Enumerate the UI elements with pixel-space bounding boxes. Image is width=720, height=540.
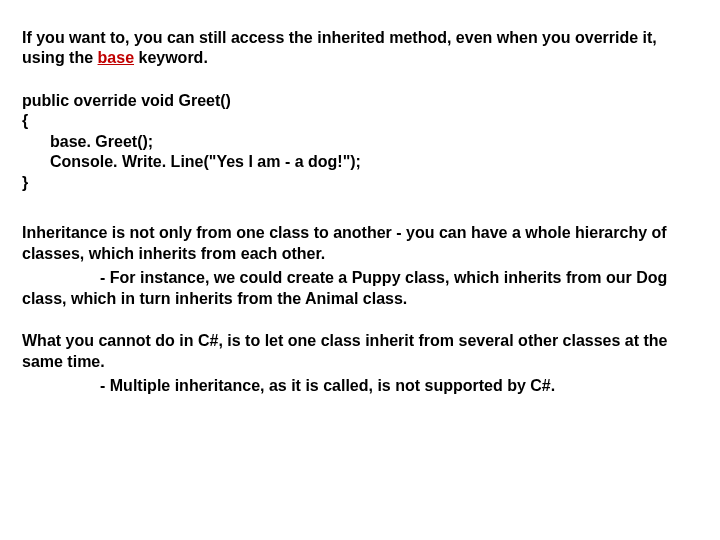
paragraph-hierarchy: Inheritance is not only from one class t… <box>22 223 698 264</box>
paragraph-no-multiple: What you cannot do in C#, is to let one … <box>22 331 698 372</box>
document-page: If you want to, you can still access the… <box>0 0 720 397</box>
code-line: { <box>22 111 698 131</box>
paragraph-hierarchy-example: - For instance, we could create a Puppy … <box>22 268 698 309</box>
code-line: base. Greet(); <box>22 132 698 152</box>
code-line: public override void Greet() <box>22 91 698 111</box>
paragraph-no-multiple-note: - Multiple inheritance, as it is called,… <box>22 376 698 396</box>
code-block: public override void Greet() { base. Gre… <box>22 91 698 193</box>
keyword-base: base <box>98 49 134 66</box>
paragraph-base-keyword: If you want to, you can still access the… <box>22 28 698 69</box>
text-run: Multiple inheritance, as it is called, i… <box>110 377 555 394</box>
text-run: For instance, we could create a Puppy cl… <box>22 269 667 306</box>
text-run: keyword. <box>134 49 208 66</box>
code-line: Console. Write. Line("Yes I am - a dog!"… <box>22 152 698 172</box>
code-line: } <box>22 173 698 193</box>
